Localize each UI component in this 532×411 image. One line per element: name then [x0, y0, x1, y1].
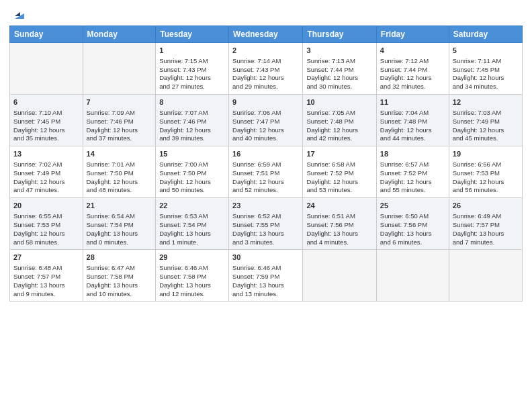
day-number: 15: [159, 149, 225, 159]
day-info-line-3: and 47 minutes.: [13, 186, 79, 195]
day-number: 6: [13, 97, 79, 107]
day-info-line-1: Sunset: 7:45 PM: [13, 118, 79, 126]
col-header-friday: Friday: [376, 26, 449, 43]
header: [9, 7, 523, 21]
day-info-line-1: Sunset: 7:58 PM: [87, 273, 152, 281]
day-info-line-2: Daylight: 12 hours: [306, 126, 372, 135]
day-info-line-3: and 30 minutes.: [306, 83, 372, 91]
cell-1-0: 6Sunrise: 7:10 AMSunset: 7:45 PMDaylight…: [10, 95, 83, 146]
day-info-line-1: Sunset: 7:49 PM: [13, 169, 79, 178]
day-info-line-0: Sunrise: 6:54 AM: [87, 212, 152, 221]
day-info-line-3: and 13 minutes.: [232, 290, 299, 299]
day-info-line-3: and 6 minutes.: [380, 238, 445, 247]
day-info-line-1: Sunset: 7:45 PM: [453, 66, 519, 75]
day-info-line-0: Sunrise: 7:13 AM: [306, 57, 372, 66]
day-info-line-2: Daylight: 13 hours: [87, 281, 152, 290]
cell-2-1: 14Sunrise: 7:01 AMSunset: 7:50 PMDayligh…: [83, 146, 156, 198]
cell-0-0: [10, 43, 83, 95]
day-info-line-3: and 12 minutes.: [159, 290, 225, 299]
day-info-line-0: Sunrise: 6:59 AM: [232, 161, 299, 169]
day-number: 3: [306, 46, 372, 56]
day-number: 27: [13, 253, 79, 263]
day-info-line-2: Daylight: 13 hours: [306, 230, 372, 238]
day-info-line-2: Daylight: 12 hours: [380, 74, 445, 83]
col-header-tuesday: Tuesday: [156, 26, 229, 43]
cell-0-6: 5Sunrise: 7:11 AMSunset: 7:45 PMDaylight…: [449, 43, 522, 95]
day-number: 23: [232, 201, 299, 211]
day-info-line-1: Sunset: 7:51 PM: [232, 169, 299, 178]
day-info-line-1: Sunset: 7:49 PM: [453, 118, 519, 126]
day-info-line-0: Sunrise: 7:04 AM: [380, 109, 445, 118]
page: SundayMondayTuesdayWednesdayThursdayFrid…: [0, 0, 532, 411]
week-row-4: 27Sunrise: 6:48 AMSunset: 7:57 PMDayligh…: [10, 250, 523, 302]
day-info-line-3: and 1 minute.: [159, 238, 225, 247]
day-info-line-3: and 55 minutes.: [380, 186, 445, 195]
day-info-line-3: and 0 minutes.: [87, 238, 152, 247]
day-info-line-2: Daylight: 12 hours: [232, 178, 299, 187]
day-info-line-0: Sunrise: 6:58 AM: [306, 161, 372, 169]
day-info-line-2: Daylight: 12 hours: [87, 178, 152, 187]
day-info-line-2: Daylight: 12 hours: [159, 126, 225, 135]
day-info-line-2: Daylight: 12 hours: [306, 74, 372, 83]
cell-1-3: 9Sunrise: 7:06 AMSunset: 7:47 PMDaylight…: [229, 95, 303, 146]
day-info-line-0: Sunrise: 6:57 AM: [380, 161, 445, 169]
day-number: 11: [380, 97, 445, 107]
cell-1-5: 11Sunrise: 7:04 AMSunset: 7:48 PMDayligh…: [376, 95, 449, 146]
day-number: 30: [232, 253, 299, 263]
cell-2-3: 16Sunrise: 6:59 AMSunset: 7:51 PMDayligh…: [229, 146, 303, 198]
cell-0-5: 4Sunrise: 7:12 AMSunset: 7:44 PMDaylight…: [376, 43, 449, 95]
day-info-line-0: Sunrise: 7:03 AM: [453, 109, 519, 118]
day-info-line-0: Sunrise: 6:50 AM: [380, 212, 445, 221]
day-info-line-0: Sunrise: 7:10 AM: [13, 109, 79, 118]
day-info-line-3: and 45 minutes.: [453, 134, 519, 143]
day-info-line-1: Sunset: 7:46 PM: [159, 118, 225, 126]
day-info-line-0: Sunrise: 7:09 AM: [87, 109, 152, 118]
day-info-line-1: Sunset: 7:44 PM: [380, 66, 445, 75]
week-row-1: 6Sunrise: 7:10 AMSunset: 7:45 PMDaylight…: [10, 95, 523, 146]
day-info-line-2: Daylight: 13 hours: [232, 281, 299, 290]
day-info-line-0: Sunrise: 7:12 AM: [380, 57, 445, 66]
day-info-line-1: Sunset: 7:54 PM: [87, 221, 152, 230]
day-number: 16: [232, 149, 299, 159]
cell-1-6: 12Sunrise: 7:03 AMSunset: 7:49 PMDayligh…: [449, 95, 522, 146]
day-number: 29: [159, 253, 225, 263]
cell-3-2: 22Sunrise: 6:53 AMSunset: 7:54 PMDayligh…: [156, 198, 229, 250]
day-info-line-1: Sunset: 7:43 PM: [159, 66, 225, 75]
day-info-line-3: and 58 minutes.: [13, 238, 79, 247]
day-info-line-3: and 3 minutes.: [232, 238, 299, 247]
day-info-line-1: Sunset: 7:47 PM: [232, 118, 299, 126]
day-info-line-2: Daylight: 12 hours: [13, 126, 79, 135]
day-info-line-0: Sunrise: 7:11 AM: [453, 57, 519, 66]
day-info-line-1: Sunset: 7:48 PM: [306, 118, 372, 126]
cell-3-0: 20Sunrise: 6:55 AMSunset: 7:53 PMDayligh…: [10, 198, 83, 250]
cell-2-4: 17Sunrise: 6:58 AMSunset: 7:52 PMDayligh…: [303, 146, 376, 198]
day-info-line-3: and 40 minutes.: [232, 134, 299, 143]
day-number: 4: [380, 46, 445, 56]
day-info-line-3: and 29 minutes.: [232, 83, 299, 91]
day-info-line-1: Sunset: 7:52 PM: [306, 169, 372, 178]
day-info-line-2: Daylight: 13 hours: [453, 230, 519, 238]
day-info-line-0: Sunrise: 6:52 AM: [232, 212, 299, 221]
day-info-line-3: and 27 minutes.: [159, 83, 225, 91]
day-info-line-2: Daylight: 12 hours: [13, 230, 79, 238]
cell-3-6: 26Sunrise: 6:49 AMSunset: 7:57 PMDayligh…: [449, 198, 522, 250]
day-info-line-2: Daylight: 12 hours: [306, 178, 372, 187]
day-info-line-0: Sunrise: 6:55 AM: [13, 212, 79, 221]
day-info-line-1: Sunset: 7:44 PM: [306, 66, 372, 75]
day-info-line-2: Daylight: 13 hours: [87, 230, 152, 238]
day-info-line-1: Sunset: 7:57 PM: [13, 273, 79, 281]
day-info-line-3: and 53 minutes.: [306, 186, 372, 195]
day-info-line-3: and 4 minutes.: [306, 238, 372, 247]
cell-4-1: 28Sunrise: 6:47 AMSunset: 7:58 PMDayligh…: [83, 250, 156, 302]
day-info-line-2: Daylight: 13 hours: [380, 230, 445, 238]
day-info-line-0: Sunrise: 7:00 AM: [159, 161, 225, 169]
day-info-line-3: and 7 minutes.: [453, 238, 519, 247]
col-header-sunday: Sunday: [10, 26, 83, 43]
day-info-line-3: and 10 minutes.: [87, 290, 152, 299]
day-number: 19: [453, 149, 519, 159]
day-info-line-0: Sunrise: 7:07 AM: [159, 109, 225, 118]
day-info-line-1: Sunset: 7:52 PM: [380, 169, 445, 178]
day-info-line-0: Sunrise: 7:02 AM: [13, 161, 79, 169]
cell-1-2: 8Sunrise: 7:07 AMSunset: 7:46 PMDaylight…: [156, 95, 229, 146]
day-info-line-2: Daylight: 13 hours: [159, 230, 225, 238]
